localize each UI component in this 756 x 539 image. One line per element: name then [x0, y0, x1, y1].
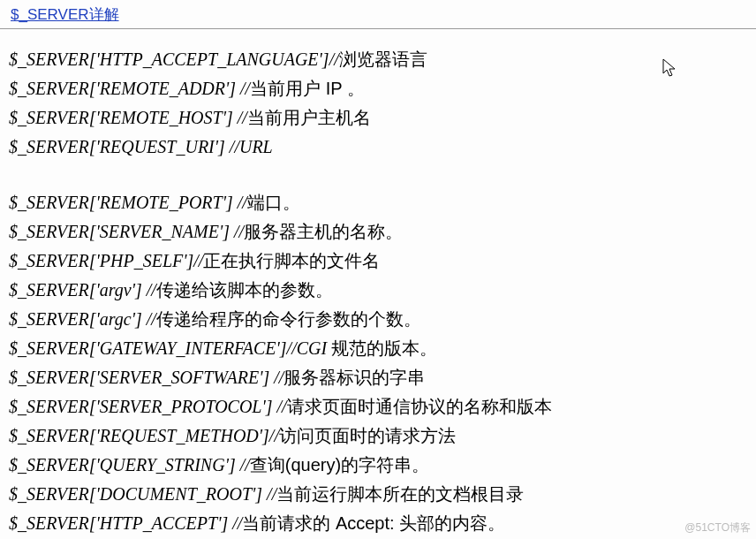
- code-text: $_SERVER['REMOTE_HOST'] //: [9, 108, 247, 127]
- code-line: $_SERVER['DOCUMENT_ROOT'] //当前运行脚本所在的文档根…: [9, 480, 747, 509]
- comment-text: 请求页面时通信协议的名称和版本: [287, 397, 552, 416]
- comment-text: 正在执行脚本的文件名: [203, 251, 380, 270]
- comment-text: 传递给该脚本的参数。: [156, 280, 333, 300]
- comment-text: 当前用户 IP 。: [250, 79, 365, 98]
- code-line: $_SERVER['PHP_SELF']//正在执行脚本的文件名: [9, 247, 747, 276]
- code-line: $_SERVER['REQUEST_URI'] //URL: [9, 133, 747, 162]
- comment-text: 当前请求的 Accept: 头部的内容。: [242, 513, 505, 533]
- comment-text: 规范的版本。: [331, 338, 437, 358]
- code-line: $_SERVER['HTTP_ACCEPT_LANGUAGE']//浏览器语言: [9, 45, 747, 74]
- code-text: $_SERVER['GATEWAY_INTERFACE']//CGI: [9, 338, 331, 358]
- code-text: $_SERVER['HTTP_ACCEPT'] //: [9, 513, 242, 533]
- comment-text: 当前运行脚本所在的文档根目录: [276, 484, 524, 504]
- comment-text: 浏览器语言: [339, 49, 427, 69]
- code-line: $_SERVER['REMOTE_PORT'] //端口。: [9, 188, 747, 217]
- code-text: $_SERVER['HTTP_ACCEPT_LANGUAGE']//: [9, 49, 339, 69]
- code-line: $_SERVER['SERVER_SOFTWARE'] //服务器标识的字串: [9, 363, 747, 392]
- code-line: $_SERVER['SERVER_NAME'] //服务器主机的名称。: [9, 217, 747, 247]
- code-text: $_SERVER['argc'] //: [9, 309, 156, 329]
- comment-text: 查询(query)的字符串。: [250, 455, 429, 474]
- code-text: $_SERVER['REMOTE_PORT'] //: [9, 193, 247, 212]
- header: $_SERVER详解: [0, 0, 756, 29]
- code-line: $_SERVER['argv'] //传递给该脚本的参数。: [9, 276, 747, 305]
- code-line: $_SERVER['argc'] //传递给程序的命令行参数的个数。: [9, 305, 747, 334]
- code-text: $_SERVER['DOCUMENT_ROOT'] //: [9, 484, 276, 504]
- code-line: $_SERVER['REMOTE_ADDR'] //当前用户 IP 。: [9, 74, 747, 103]
- comment-text: 当前用户主机名: [247, 108, 371, 127]
- comment-text: 服务器标识的字串: [284, 368, 425, 387]
- code-text: $_SERVER['PHP_SELF']//: [9, 251, 203, 270]
- code-text: $_SERVER['SERVER_PROTOCOL'] //: [9, 397, 287, 416]
- comment-text: 传递给程序的命令行参数的个数。: [156, 309, 421, 329]
- code-text: $_SERVER['SERVER_NAME'] //: [9, 222, 244, 241]
- comment-text: 服务器主机的名称。: [244, 222, 403, 241]
- comment-text: 端口。: [247, 193, 300, 212]
- code-line: $_SERVER['REQUEST_METHOD']//访问页面时的请求方法: [9, 421, 747, 451]
- comment-text: 访问页面时的请求方法: [279, 426, 456, 445]
- code-text: $_SERVER['REQUEST_METHOD']//: [9, 426, 279, 445]
- code-line: $_SERVER['GATEWAY_INTERFACE']//CGI 规范的版本…: [9, 334, 747, 363]
- code-line: $_SERVER['HTTP_ACCEPT'] //当前请求的 Accept: …: [9, 509, 747, 538]
- code-text: $_SERVER['REQUEST_URI'] //URL: [9, 137, 273, 156]
- code-line: $_SERVER['QUERY_STRING'] //查询(query)的字符串…: [9, 451, 747, 480]
- blank-line: [9, 162, 747, 188]
- title-link[interactable]: $_SERVER详解: [11, 6, 119, 23]
- code-text: $_SERVER['QUERY_STRING'] //: [9, 455, 250, 474]
- watermark-text: @51CTO博客: [684, 520, 751, 535]
- code-text: $_SERVER['argv'] //: [9, 280, 156, 300]
- code-text: $_SERVER['SERVER_SOFTWARE'] //: [9, 368, 284, 387]
- content-area: $_SERVER['HTTP_ACCEPT_LANGUAGE']//浏览器语言 …: [0, 29, 756, 538]
- code-line: $_SERVER['SERVER_PROTOCOL'] //请求页面时通信协议的…: [9, 392, 747, 421]
- code-line: $_SERVER['REMOTE_HOST'] //当前用户主机名: [9, 103, 747, 133]
- code-text: $_SERVER['REMOTE_ADDR'] //: [9, 79, 250, 98]
